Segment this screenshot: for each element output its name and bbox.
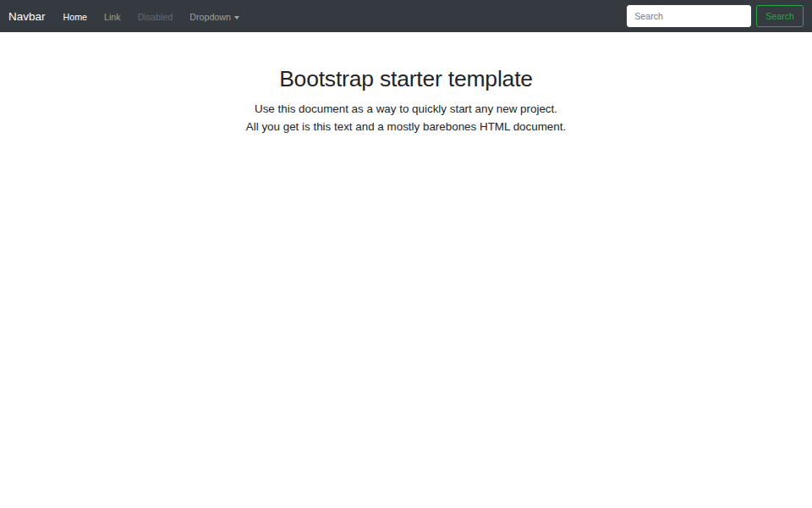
navbar-brand[interactable]: Navbar [8, 10, 46, 23]
lead-line-2: All you get is this text and a mostly ba… [246, 120, 566, 133]
main-content: Bootstrap starter template Use this docu… [0, 32, 812, 135]
nav-item-link[interactable]: Link [96, 12, 129, 22]
navbar-nav: Home Link Disabled Dropdown [55, 8, 628, 24]
navbar: Navbar Home Link Disabled Dropdown Searc… [0, 0, 812, 32]
page-title: Bootstrap starter template [0, 66, 812, 93]
lead-line-1: Use this document as a way to quickly st… [255, 102, 557, 115]
nav-item-dropdown[interactable]: Dropdown [181, 12, 248, 22]
nav-item-dropdown-label: Dropdown [189, 12, 231, 22]
search-input[interactable] [627, 5, 751, 27]
search-button[interactable]: Search [756, 5, 804, 27]
nav-item-home[interactable]: Home [55, 12, 96, 22]
caret-down-icon [234, 16, 239, 19]
lead-paragraph: Use this document as a way to quickly st… [0, 100, 812, 135]
search-form: Search [627, 5, 804, 27]
nav-item-disabled: Disabled [129, 12, 182, 22]
